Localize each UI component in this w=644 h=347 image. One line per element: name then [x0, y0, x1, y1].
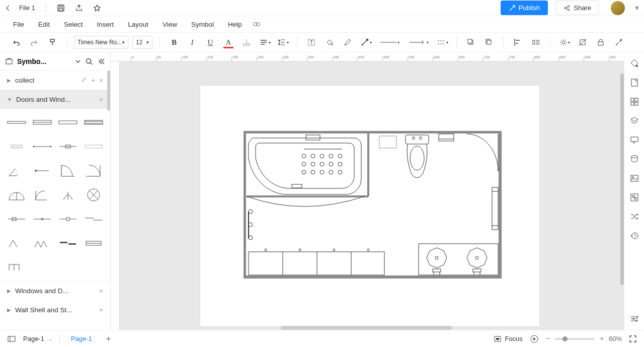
shape-sliding-4[interactable] — [84, 211, 104, 228]
align-icon[interactable]: ▾ — [258, 35, 272, 49]
collapse-panel-icon[interactable] — [97, 57, 105, 65]
category-windows-doors[interactable]: ▶ Windows and D... × — [0, 281, 110, 300]
pen-icon[interactable] — [341, 35, 355, 49]
back-icon[interactable] — [5, 5, 11, 11]
line-style-icon[interactable]: ▾ — [377, 35, 402, 49]
fill-icon[interactable] — [323, 35, 337, 49]
italic-icon[interactable]: I — [185, 35, 199, 49]
menu-select[interactable]: Select — [57, 18, 90, 31]
category-collect[interactable]: ▶ collect + × — [0, 71, 110, 90]
chevron-up-icon[interactable] — [75, 58, 81, 64]
shape-opening[interactable] — [6, 259, 27, 276]
send-back-icon[interactable] — [464, 35, 478, 49]
bring-front-icon[interactable] — [482, 35, 496, 49]
shape-wall-2[interactable] — [32, 114, 52, 131]
page-select[interactable]: Page-1 ⌄ — [23, 335, 52, 342]
page-setup-icon[interactable] — [628, 77, 640, 89]
shape-double-door-1[interactable] — [6, 186, 27, 203]
shape-garage-door[interactable] — [84, 235, 104, 252]
export-icon[interactable] — [74, 3, 84, 13]
theme-icon[interactable] — [628, 57, 640, 70]
shuffle-icon[interactable] — [628, 211, 640, 223]
font-color-icon[interactable]: A — [221, 35, 235, 49]
shape-sliding-3[interactable] — [58, 211, 78, 228]
format-painter-icon[interactable] — [45, 35, 59, 49]
shape-wall-1[interactable] — [6, 114, 27, 131]
text-highlight-icon[interactable] — [239, 35, 254, 49]
bold-icon[interactable]: B — [167, 35, 181, 49]
panel-scrollbar[interactable] — [107, 71, 110, 111]
canvas[interactable] — [120, 61, 624, 330]
shape-wall-4[interactable] — [84, 114, 104, 131]
comment-icon[interactable] — [628, 134, 640, 146]
menu-layout[interactable]: Layout — [121, 18, 155, 31]
shape-revolving-door-2[interactable] — [84, 186, 104, 203]
menu-file[interactable]: File — [6, 18, 31, 31]
shape-wall-3[interactable] — [58, 114, 78, 131]
line-spacing-icon[interactable]: ▾ — [276, 35, 290, 49]
menu-help[interactable]: Help — [221, 18, 249, 31]
history-icon[interactable] — [628, 230, 640, 242]
zoom-level[interactable]: 60% — [609, 335, 622, 342]
crop-icon[interactable] — [576, 35, 590, 49]
category-wall-shell[interactable]: ▶ Wall Shell and St... × — [0, 300, 110, 319]
zoom-slider[interactable] — [554, 338, 595, 340]
shape-door-1[interactable] — [6, 162, 27, 179]
zoom-out-button[interactable]: − — [546, 335, 550, 342]
add-page-button[interactable]: + — [103, 334, 114, 343]
connector-icon[interactable]: ▾ — [359, 35, 373, 49]
account-dropdown-icon[interactable]: ▾ — [635, 3, 639, 13]
effects-icon[interactable]: ▾ — [557, 35, 572, 49]
publish-button[interactable]: Publish — [501, 1, 548, 15]
shape-door-3[interactable] — [58, 162, 78, 179]
clipart-icon[interactable] — [628, 191, 640, 203]
font-family-select[interactable]: Times New Ro...▾ — [74, 36, 128, 49]
close-category-icon[interactable]: × — [99, 96, 103, 103]
shape-window-3[interactable] — [58, 138, 78, 155]
ruler-vertical[interactable] — [111, 61, 120, 330]
shape-quarter-door[interactable] — [32, 186, 52, 203]
star-icon[interactable] — [92, 3, 102, 13]
shape-sliding-1[interactable] — [6, 211, 27, 228]
menu-edit[interactable]: Edit — [31, 18, 57, 31]
edit-category-icon[interactable] — [81, 77, 87, 84]
search-icon[interactable] — [85, 57, 93, 65]
close-category-icon[interactable]: × — [99, 77, 103, 84]
tools-icon[interactable] — [612, 35, 626, 49]
canvas-hscrollbar[interactable] — [281, 326, 452, 330]
redo-icon[interactable] — [27, 35, 41, 49]
shape-bifold-2[interactable] — [32, 235, 52, 252]
category-doors-windows[interactable]: ▼ Doors and Wind... × — [0, 90, 110, 109]
canvas-vscrollbar[interactable] — [620, 74, 624, 285]
data-icon[interactable] — [628, 153, 640, 165]
layers-icon[interactable] — [628, 115, 640, 127]
distribute-icon[interactable] — [529, 35, 543, 49]
grid-icon[interactable] — [628, 96, 640, 108]
close-category-icon[interactable]: × — [99, 306, 103, 314]
shape-bypass-1[interactable] — [58, 235, 78, 252]
focus-button[interactable]: Focus — [494, 335, 522, 343]
line-ends-icon[interactable]: ▾ — [435, 35, 449, 49]
page-tab[interactable]: Page-1 — [67, 335, 96, 342]
panel-toggle-icon[interactable] — [628, 313, 640, 325]
save-icon[interactable] — [56, 3, 66, 13]
ruler-horizontal[interactable]: 0501001502002503003504004505005506006507… — [111, 52, 624, 61]
ai-icon[interactable] — [252, 20, 261, 29]
align-left-obj-icon[interactable] — [511, 35, 525, 49]
menu-insert[interactable]: Insert — [90, 18, 121, 31]
font-size-select[interactable]: 12▾ — [132, 36, 152, 49]
page-nav-icon[interactable] — [7, 334, 16, 343]
menu-symbol[interactable]: Symbol — [184, 18, 221, 31]
lock-icon[interactable] — [594, 35, 608, 49]
shape-sliding-2[interactable] — [32, 211, 52, 228]
image-icon[interactable] — [628, 172, 640, 184]
undo-icon[interactable] — [9, 35, 23, 49]
shape-window-1[interactable] — [6, 138, 27, 155]
close-category-icon[interactable]: × — [99, 287, 103, 295]
shape-bifold-1[interactable] — [6, 235, 27, 252]
menu-view[interactable]: View — [155, 18, 184, 31]
floor-plan-drawing[interactable] — [244, 131, 503, 279]
add-category-icon[interactable]: + — [91, 77, 95, 84]
underline-icon[interactable]: U — [203, 35, 217, 49]
fullscreen-icon[interactable] — [629, 335, 637, 343]
